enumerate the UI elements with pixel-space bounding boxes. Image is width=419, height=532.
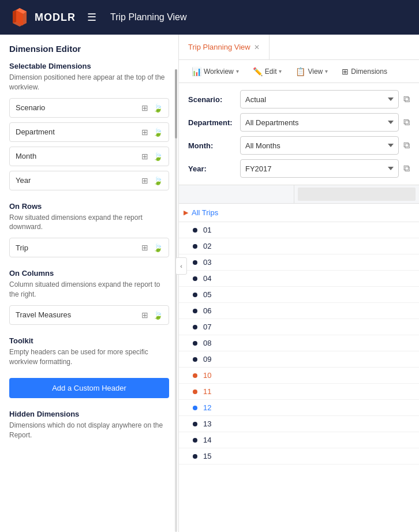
scenario-filter-row: Scenario: Actual ⧉ (188, 90, 410, 108)
tab-bar: Trip Planning View ✕ (179, 35, 419, 60)
edit-button[interactable]: ✏️ Edit ▾ (247, 65, 288, 78)
trip-row[interactable]: 14 (179, 432, 419, 448)
dim-icons-department: ⊞ 🍃 (141, 128, 163, 137)
hamburger-icon[interactable]: ☰ (87, 11, 96, 24)
view-label: View (308, 68, 323, 76)
svg-marker-2 (13, 10, 16, 23)
dimension-editor-title: Dimension Editor (9, 44, 169, 54)
all-trips-label: All Trips (192, 208, 218, 217)
trip-row[interactable]: 06 (179, 303, 419, 319)
trip-row[interactable]: 03 (179, 254, 419, 271)
trip-label: 09 (203, 355, 211, 364)
trip-dot (193, 260, 197, 265)
trip-label: 01 (203, 226, 211, 234)
dim-item-year[interactable]: Year ⊞ 🍃 (9, 171, 169, 190)
leaf-icon-year[interactable]: 🍃 (153, 176, 163, 185)
trip-dot (193, 373, 197, 378)
workview-button[interactable]: 📊 Workview ▾ (186, 65, 245, 78)
on-columns-title: On Columns (9, 269, 169, 278)
leaf-icon-scenario[interactable]: 🍃 (153, 103, 163, 113)
trip-row[interactable]: 08 (179, 335, 419, 351)
edit-icon: ✏️ (253, 67, 263, 76)
table-icon-month[interactable]: ⊞ (141, 152, 148, 161)
department-filter-select[interactable]: All Departments (240, 113, 399, 132)
department-filter-row: Department: All Departments ⧉ (188, 113, 410, 132)
trip-label: 11 (203, 387, 211, 396)
trip-label: 06 (203, 306, 211, 315)
dim-item-month[interactable]: Month ⊞ 🍃 (9, 147, 169, 166)
all-trips-row[interactable]: ▶ All Trips (179, 204, 419, 222)
table-icon-scenario[interactable]: ⊞ (141, 103, 148, 113)
trip-label: 12 (203, 403, 211, 412)
trip-row[interactable]: 11 (179, 384, 419, 400)
scenario-copy-icon[interactable]: ⧉ (403, 94, 410, 104)
trip-row[interactable]: 02 (179, 238, 419, 254)
toolkit-desc: Empty headers can be used for more speci… (9, 347, 169, 367)
dim-item-travel-measures[interactable]: Travel Measures ⊞ 🍃 (9, 305, 169, 325)
trip-rows-container: 010203040506070809101112131415 (179, 222, 419, 464)
on-columns-section: On Columns Column situated dimensions ex… (9, 269, 169, 325)
trip-row[interactable]: 10 (179, 368, 419, 384)
trip-dot (193, 454, 197, 459)
left-panel: Dimension Editor Selectable Dimensions D… (0, 35, 179, 532)
add-custom-header-button[interactable]: Add a Custom Header (9, 378, 169, 398)
trip-planning-tab[interactable]: Trip Planning View ✕ (179, 35, 270, 59)
trip-dot (193, 228, 197, 233)
workview-icon: 📊 (192, 67, 201, 76)
trip-dot (193, 389, 197, 394)
edit-label: Edit (265, 68, 277, 76)
dim-item-scenario[interactable]: Scenario ⊞ 🍃 (9, 98, 169, 118)
table-icon-travel-measures[interactable]: ⊞ (141, 310, 148, 320)
trip-label: 08 (203, 339, 211, 347)
trip-row[interactable]: 09 (179, 351, 419, 368)
trip-dot (193, 293, 197, 297)
tab-close-icon[interactable]: ✕ (254, 43, 260, 51)
year-copy-icon[interactable]: ⧉ (403, 163, 410, 174)
dim-item-trip[interactable]: Trip ⊞ 🍃 (9, 238, 169, 257)
dim-label-scenario: Scenario (16, 103, 45, 112)
trip-row[interactable]: 01 (179, 222, 419, 238)
dim-icons-year: ⊞ 🍃 (141, 176, 163, 185)
leaf-icon-month[interactable]: 🍃 (153, 152, 163, 161)
dimensions-label: Dimensions (351, 68, 387, 76)
trip-dot (193, 422, 197, 426)
view-button[interactable]: 📋 View ▾ (290, 65, 334, 78)
expand-arrow-icon[interactable]: ▶ (184, 209, 188, 216)
table-icon-year[interactable]: ⊞ (141, 176, 148, 185)
month-filter-label: Month: (188, 141, 240, 150)
trip-label: 03 (203, 258, 211, 267)
month-filter-select[interactable]: All Months (240, 136, 399, 155)
trip-label: 15 (203, 452, 211, 460)
leaf-icon-department[interactable]: 🍃 (153, 128, 163, 137)
year-filter-label: Year: (188, 164, 240, 173)
trip-row[interactable]: 05 (179, 287, 419, 303)
scenario-filter-label: Scenario: (188, 95, 240, 104)
trip-row[interactable]: 13 (179, 416, 419, 432)
selectable-dimensions-section: Selectable Dimensions Dimension position… (9, 62, 169, 190)
header-title: Trip Planning View (110, 12, 187, 23)
scenario-filter-select[interactable]: Actual (240, 90, 399, 108)
leaf-icon-travel-measures[interactable]: 🍃 (153, 310, 163, 320)
trip-label: 02 (203, 242, 211, 250)
dim-label-department: Department (16, 128, 55, 136)
trip-row[interactable]: 15 (179, 448, 419, 464)
department-copy-icon[interactable]: ⧉ (403, 117, 410, 128)
scrollbar-thumb[interactable] (175, 69, 177, 138)
leaf-icon-trip[interactable]: 🍃 (153, 243, 163, 252)
table-icon-trip[interactable]: ⊞ (141, 243, 148, 252)
trip-label: 13 (203, 419, 211, 428)
month-copy-icon[interactable]: ⧉ (403, 140, 410, 151)
dim-icons-scenario: ⊞ 🍃 (141, 103, 163, 113)
table-icon-department[interactable]: ⊞ (141, 128, 148, 137)
trip-row[interactable]: 04 (179, 271, 419, 287)
hidden-dimensions-title: Hidden Dimensions (9, 410, 169, 418)
collapse-panel-button[interactable]: ‹ (175, 257, 187, 275)
trip-row[interactable]: 07 (179, 319, 419, 335)
trip-row[interactable]: 12 (179, 400, 419, 416)
modlr-logo (9, 7, 30, 28)
data-area: ▶ All Trips 0102030405060708091011121314… (179, 185, 419, 532)
dimensions-button[interactable]: ⊞ Dimensions (336, 65, 393, 78)
year-filter-select[interactable]: FY2017 (240, 159, 399, 178)
dim-item-department[interactable]: Department ⊞ 🍃 (9, 122, 169, 142)
selectable-dimensions-title: Selectable Dimensions (9, 62, 169, 70)
